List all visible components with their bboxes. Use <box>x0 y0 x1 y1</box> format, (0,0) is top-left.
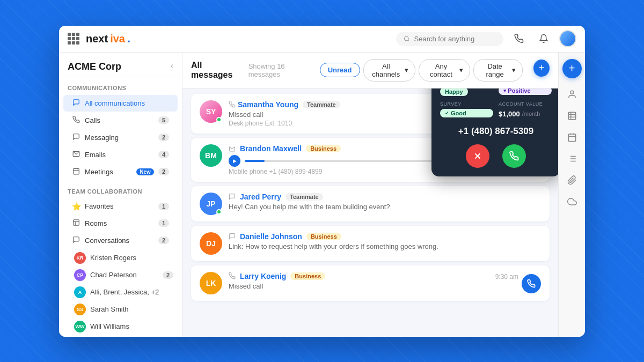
app-window: nextiva. ACME Corp ‹ Communications <box>59 26 585 337</box>
stat-account-value: ACCOUNT VALUE $1,000 /month <box>499 101 552 119</box>
message-type-icon-danielle <box>229 233 236 240</box>
calls-icon <box>72 116 80 125</box>
sidebar-item-rooms[interactable]: Rooms 1 <box>63 215 178 232</box>
avatar-samantha: SY <box>200 100 222 123</box>
rooms-icon <box>72 219 80 228</box>
rs-cloud-icon[interactable] <box>562 192 582 211</box>
svg-point-0 <box>404 36 408 41</box>
rs-calendar-icon[interactable] <box>562 128 582 147</box>
message-header-jared: Jared Perry Teammate <box>229 193 541 201</box>
message-card-larry[interactable]: LK Larry Koenig Business Missed call 9:3… <box>191 265 550 301</box>
filter-contact-btn[interactable]: Any contact ▾ <box>419 59 470 82</box>
decline-call-button[interactable] <box>466 144 489 168</box>
message-body-larry: Larry Koenig Business Missed call <box>229 272 515 290</box>
account-value-amount: $1,000 <box>499 110 520 118</box>
sidebar-item-all-communications[interactable]: All communications <box>63 95 178 112</box>
sub-item-chad[interactable]: CP Chad Peterson 2 <box>59 267 182 284</box>
sub-item-will[interactable]: WW Will Williams <box>59 318 182 335</box>
svg-line-1 <box>408 40 409 41</box>
sub-item-sarah[interactable]: SS Sarah Smith <box>59 301 182 318</box>
stat-sentiment: SENTIMENT ♥ Positive <box>499 88 552 96</box>
message-card-brandon[interactable]: BM Brandon Maxwell Business ▶ <box>191 138 550 182</box>
popup-stats: EXPERIENCE Happy SENTIMENT ♥ Positive <box>440 88 552 119</box>
logo-iva: iva <box>110 33 125 45</box>
all-comm-icon <box>72 99 80 108</box>
svg-rect-7 <box>74 219 79 225</box>
call-type-icon-samantha <box>229 101 236 108</box>
right-sidebar: + <box>558 53 585 337</box>
popup-phone-number: +1 (480) 867-5309 <box>440 126 552 137</box>
filter-channels-btn[interactable]: All channels ▾ <box>363 59 416 82</box>
sidebar-item-messaging[interactable]: Messaging 2 <box>63 129 178 146</box>
sidebar-item-calls[interactable]: Calls 5 <box>63 112 178 129</box>
sub-item-kristen[interactable]: KR Kristen Rogers <box>59 249 182 267</box>
search-icon <box>404 35 410 42</box>
logo-next: next <box>86 33 108 45</box>
message-card-jared[interactable]: JP Jared Perry Teammate Hey! Can you hel… <box>191 186 550 221</box>
decline-icon <box>473 151 482 161</box>
compose-fab-button[interactable]: + <box>533 60 550 77</box>
rs-tasks-icon[interactable] <box>562 149 582 168</box>
message-header-larry: Larry Koenig Business <box>229 272 515 280</box>
rs-table-icon[interactable] <box>562 106 582 125</box>
team-section-title: Team collaboration <box>59 181 182 198</box>
content-area: All messages Showing 16 messages Unread … <box>182 53 558 337</box>
bell-nav-button[interactable] <box>535 29 553 48</box>
top-nav: nextiva. <box>59 26 585 53</box>
call-type-icon-larry <box>229 272 236 279</box>
sub-item-alli[interactable]: A Alli, Brent, Jessica, +2 <box>59 284 182 301</box>
experience-chip: Happy <box>440 88 468 96</box>
stat-survey: SURVEY ✓ Good <box>440 101 493 119</box>
rs-contact-icon[interactable] <box>562 85 582 104</box>
logo: nextiva. <box>86 33 130 45</box>
search-input[interactable] <box>414 35 496 43</box>
filter-buttons: Unread All channels ▾ Any contact ▾ Date… <box>320 59 523 82</box>
sidebar-item-favorites[interactable]: ⭐ Favorites 1 <box>63 198 178 215</box>
filter-date-btn[interactable]: Date range ▾ <box>473 59 523 82</box>
user-avatar-nav[interactable] <box>559 30 576 47</box>
svg-rect-17 <box>568 134 576 142</box>
accept-icon <box>509 151 519 161</box>
svg-point-12 <box>570 91 574 94</box>
avatar-larry: LK <box>200 272 222 294</box>
online-indicator-jared <box>216 209 222 215</box>
account-value-period: /month <box>522 110 540 117</box>
favorites-icon: ⭐ <box>72 202 80 211</box>
call-button-larry[interactable] <box>522 274 541 293</box>
logo-dot: . <box>127 33 130 45</box>
progress-fill <box>245 160 265 162</box>
message-body-danielle: Danielle Johnson Business Link: How to r… <box>229 232 541 250</box>
main-body: ACME Corp ‹ Communications All communica… <box>59 53 585 337</box>
survey-chip: ✓ Good <box>440 109 493 117</box>
accept-call-button[interactable] <box>502 144 526 168</box>
emails-icon <box>72 150 80 159</box>
play-button[interactable]: ▶ <box>229 155 240 167</box>
right-fab-button[interactable]: + <box>562 59 582 78</box>
sidebar-item-emails[interactable]: Emails 4 <box>63 146 178 163</box>
message-body-jared: Jared Perry Teammate Hey! Can you help m… <box>229 193 541 211</box>
filter-unread-btn[interactable]: Unread <box>320 63 360 77</box>
sidebar-item-conversations[interactable]: Conversations 2 <box>63 232 178 249</box>
sidebar-collapse-btn[interactable]: ‹ <box>171 61 173 71</box>
messaging-icon <box>72 133 80 142</box>
phone-nav-button[interactable] <box>510 29 528 48</box>
search-bar[interactable] <box>396 32 503 46</box>
message-card-danielle[interactable]: DJ Danielle Johnson Business Link: How t… <box>191 226 550 261</box>
message-header-danielle: Danielle Johnson Business <box>229 232 541 241</box>
stat-experience: EXPERIENCE Happy <box>440 88 493 96</box>
sub-avatar-chad: CP <box>74 269 86 281</box>
sentiment-chip: ♥ Positive <box>499 88 552 95</box>
chevron-down-contact-icon: ▾ <box>459 66 463 74</box>
online-indicator-samantha <box>216 117 222 122</box>
call-popup: SL Skylar Lin ACME EXPERIENCE Happy <box>431 88 558 176</box>
popup-call-actions <box>440 144 552 168</box>
bell-nav-icon <box>539 34 548 43</box>
sidebar-item-meetings[interactable]: Meetings New 2 <box>63 164 178 180</box>
sub-avatar-kristen: KR <box>74 252 86 264</box>
grid-menu-icon[interactable] <box>68 33 79 45</box>
sub-avatar-alli: A <box>74 286 86 298</box>
avatar-brandon: BM <box>200 144 222 167</box>
svg-rect-13 <box>568 112 576 120</box>
sub-avatar-sarah: SS <box>74 304 86 315</box>
rs-paperclip-icon[interactable] <box>562 171 582 190</box>
